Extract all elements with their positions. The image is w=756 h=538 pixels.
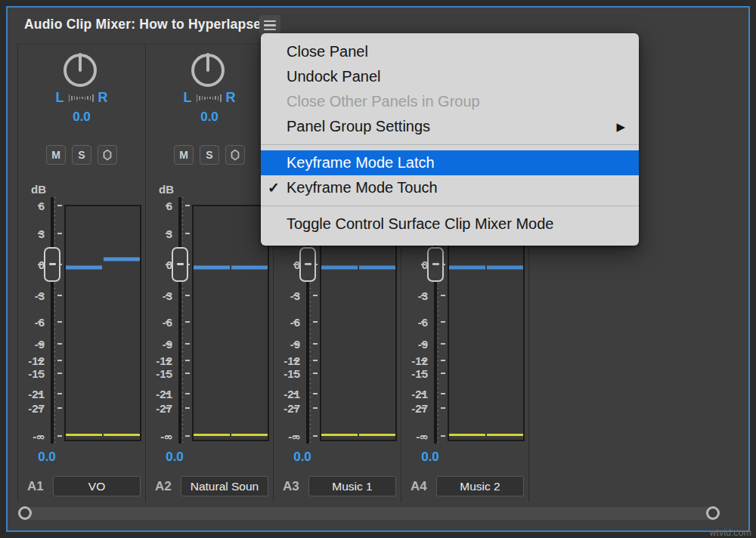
db-tick <box>313 407 318 409</box>
db-tick <box>166 233 170 234</box>
pan-knob[interactable] <box>62 52 98 88</box>
db-tick <box>421 360 426 361</box>
pan-knob[interactable] <box>190 52 226 88</box>
db-tick <box>185 435 190 437</box>
pan-indicator-row: L R <box>18 90 145 106</box>
fader-handle[interactable] <box>427 247 444 282</box>
fader-handle[interactable] <box>172 247 188 282</box>
submenu-arrow-icon: ▶ <box>616 120 625 134</box>
pan-tick <box>212 97 214 100</box>
zoom-handle-left[interactable] <box>18 506 32 520</box>
horizontal-zoom-scrollbar[interactable] <box>19 507 718 520</box>
db-tick <box>441 393 445 394</box>
db-tick <box>166 373 170 374</box>
db-tick <box>441 435 445 437</box>
keyframe-button[interactable] <box>225 145 245 165</box>
db-tick <box>293 264 298 265</box>
track-name-field[interactable]: Music 2 <box>436 476 524 496</box>
pan-tick <box>92 94 94 102</box>
db-tick <box>166 343 170 345</box>
volume-value[interactable]: 0.0 <box>283 450 322 465</box>
fader-track[interactable] <box>51 197 54 444</box>
db-tick <box>293 435 298 437</box>
db-tick <box>441 295 445 296</box>
solo-button[interactable]: S <box>200 145 219 165</box>
level-meter <box>64 205 141 441</box>
volume-value[interactable]: 0.0 <box>27 450 67 465</box>
track-name-row: A3 Music 1 <box>274 476 401 496</box>
db-tick <box>441 343 445 345</box>
volume-value[interactable]: 0.0 <box>411 450 450 465</box>
meter-floor-right <box>104 434 140 436</box>
meter-floor-left <box>321 434 358 436</box>
db-tick <box>38 435 42 437</box>
track-id: A1 <box>27 479 50 494</box>
pan-tick <box>209 97 211 99</box>
pan-tick <box>85 97 86 100</box>
db-tick <box>38 295 42 296</box>
track-name-field[interactable]: Natural Soun <box>181 476 268 496</box>
solo-button[interactable]: S <box>72 145 91 165</box>
volume-value[interactable]: 0.0 <box>155 450 194 465</box>
track-id: A4 <box>411 479 433 494</box>
track-buttons-row: M S <box>146 145 273 165</box>
db-tick <box>38 407 42 409</box>
track-id: A3 <box>283 479 305 494</box>
db-tick <box>313 393 318 394</box>
mixer-channel: L R 0.0 M S dB 630-3-6-9-12-15-21-27-∞ <box>18 45 146 502</box>
menu-item[interactable]: ✓ Toggle Control Surface Clip Mixer Mode… <box>261 212 639 237</box>
db-tick <box>57 321 62 323</box>
menu-item[interactable]: ✓ Close Panel ▶ <box>261 39 639 64</box>
fader-handle-dash <box>177 263 184 265</box>
pan-tick <box>215 96 216 100</box>
track-buttons-row: M S <box>18 145 145 165</box>
pan-scale-icon <box>197 93 222 104</box>
db-tick <box>313 321 318 323</box>
db-scale: 630-3-6-9-12-15-21-27-∞ <box>146 201 191 441</box>
mute-button[interactable]: M <box>174 145 194 165</box>
fader-handle-dash <box>432 263 439 265</box>
db-tick <box>38 321 42 323</box>
db-tick <box>57 373 62 374</box>
pan-tick <box>71 96 73 100</box>
keyframe-button[interactable] <box>98 145 117 165</box>
fader-track[interactable] <box>178 197 181 444</box>
pan-tick <box>218 96 219 100</box>
volume-line-left <box>321 265 358 269</box>
db-tick <box>38 393 42 394</box>
mute-button[interactable]: M <box>46 145 66 165</box>
menu-item[interactable]: ✓ Keyframe Mode Latch ▶ <box>261 150 639 175</box>
menu-item[interactable]: ✓ Undock Panel ▶ <box>261 64 639 89</box>
menu-item[interactable]: ✓ Keyframe Mode Touch ▶ <box>261 175 639 200</box>
zoom-handle-right[interactable] <box>706 506 720 520</box>
db-tick <box>166 393 170 394</box>
volume-line-left <box>194 265 230 269</box>
panel-menu-button[interactable] <box>259 15 280 36</box>
db-tick <box>166 264 170 265</box>
fader-handle[interactable] <box>299 247 316 282</box>
fader-section: dB 630-3-6-9-12-15-21-27-∞ <box>18 183 146 447</box>
pan-value[interactable]: 0.0 <box>18 110 145 125</box>
fader-handle[interactable] <box>44 247 60 282</box>
db-tick <box>57 343 62 345</box>
track-name-row: A4 Music 2 <box>401 476 528 496</box>
pan-tick <box>199 96 200 100</box>
track-name-field[interactable]: VO <box>53 476 141 496</box>
db-tick <box>313 435 318 437</box>
db-tick <box>185 407 190 409</box>
watermark: wtvid.com <box>709 527 751 538</box>
track-id: A2 <box>155 479 178 494</box>
menu-item-label: Toggle Control Surface Clip Mixer Mode <box>287 215 554 233</box>
db-tick <box>421 343 426 345</box>
db-tick <box>185 295 190 296</box>
pan-value[interactable]: 0.0 <box>146 110 273 125</box>
db-tick <box>38 233 42 234</box>
hamburger-icon <box>264 20 276 23</box>
track-name-field[interactable]: Music 1 <box>308 476 396 496</box>
menu-separator <box>261 206 639 206</box>
pan-indicator-row: L R <box>146 90 273 106</box>
menu-item-label: Undock Panel <box>287 68 381 85</box>
panel-tab-title[interactable]: Audio Clip Mixer: How to Hyperlapse <box>24 17 261 32</box>
menu-item[interactable]: ✓ Panel Group Settings ▶ <box>261 114 639 139</box>
db-tick <box>293 393 298 394</box>
